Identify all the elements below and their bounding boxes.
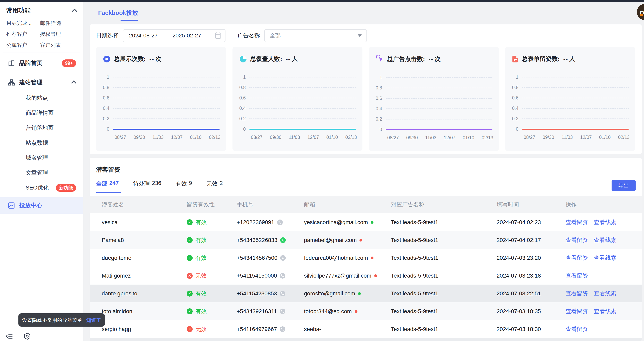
table-row[interactable]: duego tome ✓有效 +543414567500 fedearca00@… — [90, 249, 642, 267]
status-icon: ✓ — [187, 255, 193, 261]
table-row[interactable]: yesica ✓有效 +12022369091 yesicacortina@gm… — [90, 213, 642, 231]
whatsapp-icon[interactable] — [280, 237, 286, 243]
tab-invalid[interactable]: 无效2 — [206, 180, 223, 188]
chart-x-label: 02/13 — [618, 135, 630, 140]
sidebar-item-article-mgmt[interactable]: 文章管理 — [0, 165, 83, 180]
sidebar-item-product-detail[interactable]: 商品详情页 — [0, 105, 83, 120]
table-row[interactable]: Mati gomez ✕无效 +541154150000 silviollpe7… — [90, 267, 642, 285]
tab-valid[interactable]: 有效9 — [176, 180, 192, 188]
stats-panel: 日期选择 2024-08-27 — 2025-02-27 广告名称 全部 总展示… — [90, 24, 642, 154]
date-end-value[interactable]: 2025-02-27 — [172, 32, 201, 39]
sidebar-item-customer-list[interactable]: 客户列表 — [40, 42, 74, 49]
tab-pending[interactable]: 待处理236 — [133, 180, 162, 188]
quick-links: 目标完成... 邮件筛选 推荐客户 授权管理 公海客户 客户列表 — [6, 17, 77, 51]
lead-phone: +543439216311 — [237, 308, 304, 315]
stat-card-form-leads: 总表单留资数: -- 人 10.80.60.40.20 08/2709/3011… — [505, 47, 635, 151]
lead-status: ✓有效 — [187, 219, 237, 226]
lead-ad-name: Text leads-5-9test1 — [391, 308, 496, 315]
view-lead-link[interactable]: 查看留资 — [566, 290, 588, 297]
sidebar-item-auth-mgmt[interactable]: 授权管理 — [40, 31, 74, 38]
view-lead-link[interactable]: 查看留资 — [566, 308, 588, 314]
ad-name-select[interactable]: 全部 — [264, 29, 367, 42]
lead-fill-time: 2024-07-04 02:17 — [496, 237, 566, 243]
view-clue-link[interactable]: 查看线索 — [594, 290, 616, 297]
stat-card-header: 总表单留资数: -- 人 — [512, 55, 628, 63]
chevron-down-icon — [358, 34, 362, 37]
nav-hide-tooltip: 设置隐藏不常用的导航菜单 知道了 — [18, 313, 105, 327]
sidebar-item-public-customer[interactable]: 公海客户 — [6, 42, 40, 49]
view-clue-link[interactable]: 查看线索 — [594, 219, 616, 225]
view-lead-link[interactable]: 查看留资 — [566, 219, 588, 225]
chart-gridline: 1 — [99, 72, 220, 82]
lead-fill-time: 2024-07-03 23:20 — [496, 255, 566, 261]
view-lead-link[interactable]: 查看留资 — [566, 273, 588, 279]
view-lead-link[interactable]: 查看留资 — [566, 237, 588, 243]
view-clue-link[interactable]: 查看线索 — [594, 255, 616, 261]
chart-gridline: 0.8 — [508, 82, 629, 93]
lead-email: pamebel@gmail.com — [304, 237, 391, 243]
stat-card-header: 总广告点击数: -- 次 — [376, 55, 492, 63]
lead-fill-time: 2024-07-04 02:23 — [496, 219, 566, 226]
sidebar-item-site-build[interactable]: 建站管理 — [0, 76, 83, 89]
view-clue-link[interactable]: 查看线索 — [594, 237, 616, 243]
chart-gridline-dash — [386, 77, 492, 78]
lead-ad-name: Text leads-5-9test1 — [391, 290, 496, 297]
chart-y-label: 1 — [508, 74, 522, 80]
date-range-separator: — — [162, 33, 168, 39]
date-start-value[interactable]: 2024-08-27 — [129, 32, 158, 39]
chart-y-label: 0.4 — [236, 106, 249, 111]
tab-all[interactable]: 全部247 — [96, 180, 119, 188]
leads-tabs: 全部247 待处理236 有效9 无效2 — [96, 179, 223, 189]
sidebar-item-goal[interactable]: 目标完成... — [6, 20, 40, 27]
view-clue-link[interactable]: 查看线索 — [594, 308, 616, 314]
sidebar-item-landing-page[interactable]: 营销落地页 — [0, 120, 83, 135]
sidebar-section-common-title[interactable]: 常用功能 — [6, 6, 77, 14]
settings-icon[interactable] — [22, 332, 32, 341]
sidebar-item-site-data[interactable]: 站点数据 — [0, 135, 83, 150]
view-lead-link[interactable]: 查看留资 — [566, 255, 588, 261]
chart-gridline: 0.2 — [508, 113, 629, 124]
chevron-up-icon[interactable] — [72, 8, 77, 13]
chart-x-label: 12/07 — [444, 135, 455, 140]
tooltip-got-it-button[interactable]: 知道了 — [86, 317, 101, 324]
whatsapp-icon[interactable] — [280, 255, 286, 261]
sidebar-item-seo[interactable]: SEO优化 新功能 — [0, 180, 83, 195]
view-lead-link[interactable]: 查看留资 — [566, 326, 588, 332]
lead-status: ✕无效 — [187, 326, 237, 333]
lead-actions: 查看留资查看线索 — [566, 236, 642, 244]
collapse-menu-icon[interactable] — [5, 332, 14, 341]
chart-line-icon — [8, 202, 15, 209]
lead-ad-name: Text leads-5-9test1 — [391, 219, 496, 226]
table-row[interactable]: sergio hagg ✕无效 +541164979667 seeba- Tex… — [90, 320, 642, 338]
chart-gridline: 0.8 — [99, 82, 220, 93]
lead-actions: 查看留资 — [566, 272, 642, 280]
col-fill-time: 填写时间 — [496, 201, 566, 208]
sidebar-item-placement-center[interactable]: 投放中心 — [0, 197, 83, 214]
chart-gridline-dash — [249, 118, 356, 119]
chart-gridline: 0 — [236, 124, 356, 134]
whatsapp-icon[interactable] — [280, 327, 285, 332]
sidebar-item-my-sites[interactable]: 我的站点 — [0, 90, 83, 105]
sidebar-item-recommend-customer[interactable]: 推荐客户 — [6, 31, 40, 38]
whatsapp-icon[interactable] — [280, 291, 285, 296]
chart-y-label: 0 — [236, 126, 249, 132]
table-row[interactable]: toto almidon ✓有效 +543439216311 totobr344… — [90, 302, 642, 320]
avatar[interactable]: n — [637, 4, 644, 20]
lead-email: gorosito@gmail.com — [304, 290, 391, 297]
chart-x-label: 02/13 — [345, 135, 357, 140]
sidebar-item-brand-home[interactable]: 品牌首页 99+ — [0, 57, 83, 70]
email-dot — [374, 274, 377, 277]
chart-x-label: 11/03 — [152, 135, 164, 140]
whatsapp-icon[interactable] — [280, 309, 285, 314]
chart-x-label: 02/13 — [209, 135, 220, 140]
export-button[interactable]: 导出 — [612, 180, 636, 191]
tab-facebook-placement[interactable]: Fackbook投放 — [98, 9, 138, 17]
whatsapp-icon[interactable] — [277, 220, 283, 225]
sidebar-item-mail-filter[interactable]: 邮件筛选 — [40, 20, 74, 27]
table-row[interactable]: Pamela8 ✓有效 +543435226833 pamebel@gmail.… — [90, 231, 642, 249]
whatsapp-icon[interactable] — [280, 273, 285, 279]
chart-gridline: 0.2 — [236, 113, 356, 124]
table-row[interactable]: dante gprosito ✓有效 +541154230853 gorosit… — [90, 285, 642, 302]
date-range-picker[interactable]: 2024-08-27 — 2025-02-27 — [123, 29, 226, 42]
sidebar-item-domain-mgmt[interactable]: 域名管理 — [0, 150, 83, 165]
